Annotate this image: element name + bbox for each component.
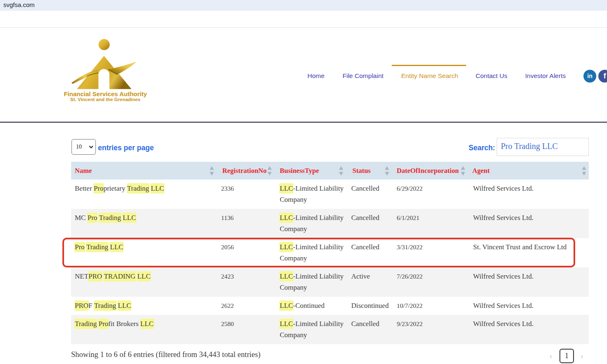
svg-text:St. Vincent and the Grenadines: St. Vincent and the Grenadines [70,97,140,102]
svg-text:Financial Services Authority: Financial Services Authority [64,90,147,97]
